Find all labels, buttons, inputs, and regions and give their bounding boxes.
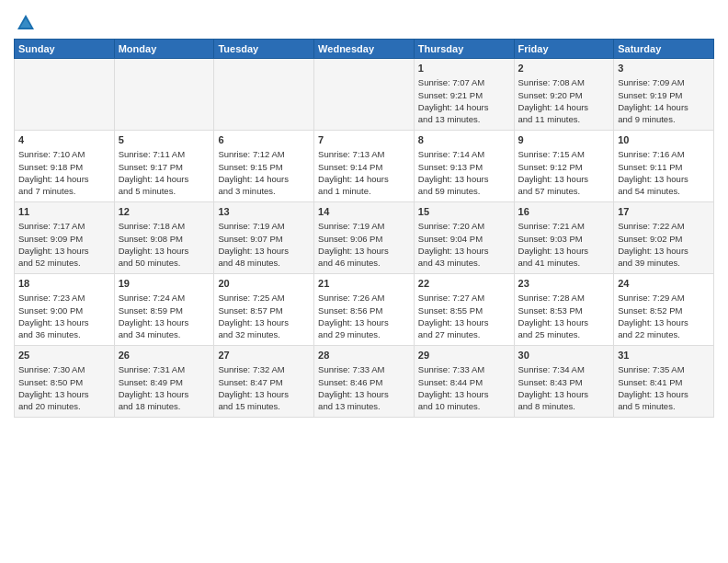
day-number: 18: [18, 277, 110, 291]
column-header-monday: Monday: [114, 40, 214, 59]
cell-content-line: Daylight: 13 hours: [618, 173, 710, 185]
cell-content-line: Daylight: 13 hours: [18, 388, 110, 400]
day-number: 19: [119, 277, 210, 291]
cell-content-line: Sunset: 8:47 PM: [218, 376, 310, 388]
cell-content-line: Sunset: 9:17 PM: [119, 161, 210, 173]
calendar-cell: [114, 59, 214, 131]
cell-content-line: Daylight: 14 hours: [618, 101, 710, 113]
cell-content-line: and 25 minutes.: [518, 328, 610, 340]
cell-content-line: and 59 minutes.: [418, 185, 510, 197]
calendar-cell: [314, 59, 415, 131]
calendar-cell: 30Sunrise: 7:34 AMSunset: 8:43 PMDayligh…: [514, 346, 614, 418]
cell-content-line: Sunrise: 7:31 AM: [119, 363, 210, 375]
day-number: 24: [618, 277, 710, 291]
cell-content-line: Sunrise: 7:10 AM: [18, 148, 110, 160]
column-header-friday: Friday: [514, 40, 614, 59]
cell-content-line: Sunset: 8:49 PM: [119, 376, 210, 388]
calendar-cell: 9Sunrise: 7:15 AMSunset: 9:12 PMDaylight…: [514, 131, 614, 202]
calendar-cell: 26Sunrise: 7:31 AMSunset: 8:49 PMDayligh…: [114, 346, 214, 418]
cell-content-line: Daylight: 13 hours: [618, 388, 710, 400]
logo-icon: [16, 13, 36, 33]
calendar-cell: 24Sunrise: 7:29 AMSunset: 8:52 PMDayligh…: [614, 274, 714, 346]
day-number: 8: [418, 133, 510, 147]
day-number: 11: [18, 205, 110, 219]
cell-content-line: Sunrise: 7:34 AM: [518, 363, 610, 375]
day-number: 17: [618, 205, 710, 219]
cell-content-line: Sunset: 9:09 PM: [18, 233, 110, 245]
cell-content-line: Daylight: 13 hours: [418, 173, 510, 185]
day-number: 13: [218, 205, 310, 219]
day-number: 31: [618, 349, 710, 362]
cell-content-line: Daylight: 13 hours: [218, 245, 310, 257]
day-number: 6: [218, 133, 310, 147]
cell-content-line: Sunset: 8:57 PM: [218, 304, 310, 316]
cell-content-line: Daylight: 14 hours: [18, 173, 110, 185]
cell-content-line: Sunrise: 7:25 AM: [218, 292, 310, 304]
day-number: 23: [518, 277, 610, 291]
column-header-sunday: Sunday: [15, 40, 115, 59]
cell-content-line: Daylight: 14 hours: [218, 173, 310, 185]
cell-content-line: Daylight: 13 hours: [618, 245, 710, 257]
cell-content-line: Sunrise: 7:20 AM: [418, 220, 510, 232]
cell-content-line: Sunrise: 7:19 AM: [318, 220, 410, 232]
cell-content-line: Daylight: 13 hours: [18, 316, 110, 328]
cell-content-line: Sunset: 9:14 PM: [318, 161, 410, 173]
calendar-cell: 23Sunrise: 7:28 AMSunset: 8:53 PMDayligh…: [514, 274, 614, 346]
cell-content-line: Daylight: 14 hours: [318, 173, 410, 185]
cell-content-line: and 15 minutes.: [218, 400, 310, 412]
cell-content-line: and 54 minutes.: [618, 185, 710, 197]
cell-content-line: Sunset: 9:13 PM: [418, 161, 510, 173]
cell-content-line: and 9 minutes.: [618, 113, 710, 125]
day-number: 7: [318, 133, 410, 147]
cell-content-line: Daylight: 13 hours: [218, 388, 310, 400]
day-number: 14: [318, 205, 410, 219]
cell-content-line: Sunrise: 7:13 AM: [318, 148, 410, 160]
cell-content-line: Sunrise: 7:32 AM: [218, 363, 310, 375]
cell-content-line: Sunrise: 7:28 AM: [518, 292, 610, 304]
calendar-cell: 21Sunrise: 7:26 AMSunset: 8:56 PMDayligh…: [314, 274, 415, 346]
calendar-cell: 14Sunrise: 7:19 AMSunset: 9:06 PMDayligh…: [314, 202, 415, 274]
day-number: 29: [418, 349, 510, 362]
day-number: 26: [119, 349, 210, 362]
cell-content-line: and 11 minutes.: [518, 113, 610, 125]
cell-content-line: Daylight: 13 hours: [119, 245, 210, 257]
cell-content-line: Daylight: 13 hours: [418, 316, 510, 328]
cell-content-line: and 3 minutes.: [218, 185, 310, 197]
cell-content-line: and 5 minutes.: [618, 400, 710, 412]
calendar-cell: 1Sunrise: 7:07 AMSunset: 9:21 PMDaylight…: [414, 59, 514, 131]
day-number: 25: [18, 349, 110, 362]
day-number: 22: [418, 277, 510, 291]
day-number: 15: [418, 205, 510, 219]
cell-content-line: Daylight: 13 hours: [418, 245, 510, 257]
cell-content-line: Sunrise: 7:07 AM: [418, 76, 510, 88]
calendar-cell: 17Sunrise: 7:22 AMSunset: 9:02 PMDayligh…: [614, 202, 714, 274]
cell-content-line: Daylight: 13 hours: [418, 388, 510, 400]
cell-content-line: Sunset: 8:50 PM: [18, 376, 110, 388]
column-header-tuesday: Tuesday: [214, 40, 314, 59]
calendar-cell: 8Sunrise: 7:14 AMSunset: 9:13 PMDaylight…: [414, 131, 514, 202]
cell-content-line: and 36 minutes.: [18, 328, 110, 340]
cell-content-line: and 13 minutes.: [318, 400, 410, 412]
cell-content-line: Daylight: 13 hours: [618, 316, 710, 328]
day-number: 16: [518, 205, 610, 219]
cell-content-line: Sunset: 9:04 PM: [418, 233, 510, 245]
cell-content-line: Daylight: 13 hours: [518, 316, 610, 328]
cell-content-line: and 18 minutes.: [119, 400, 210, 412]
cell-content-line: Daylight: 14 hours: [119, 173, 210, 185]
calendar-cell: [214, 59, 314, 131]
cell-content-line: Daylight: 13 hours: [518, 388, 610, 400]
calendar-cell: 13Sunrise: 7:19 AMSunset: 9:07 PMDayligh…: [214, 202, 314, 274]
cell-content-line: Sunrise: 7:27 AM: [418, 292, 510, 304]
cell-content-line: Daylight: 13 hours: [119, 316, 210, 328]
cell-content-line: Sunset: 8:43 PM: [518, 376, 610, 388]
day-number: 20: [218, 277, 310, 291]
cell-content-line: and 43 minutes.: [418, 257, 510, 269]
cell-content-line: Sunrise: 7:21 AM: [518, 220, 610, 232]
cell-content-line: Sunrise: 7:26 AM: [318, 292, 410, 304]
cell-content-line: Daylight: 13 hours: [318, 316, 410, 328]
cell-content-line: Sunset: 8:41 PM: [618, 376, 710, 388]
cell-content-line: and 13 minutes.: [418, 113, 510, 125]
cell-content-line: Sunrise: 7:15 AM: [518, 148, 610, 160]
cell-content-line: Sunset: 8:56 PM: [318, 304, 410, 316]
cell-content-line: and 27 minutes.: [418, 328, 510, 340]
